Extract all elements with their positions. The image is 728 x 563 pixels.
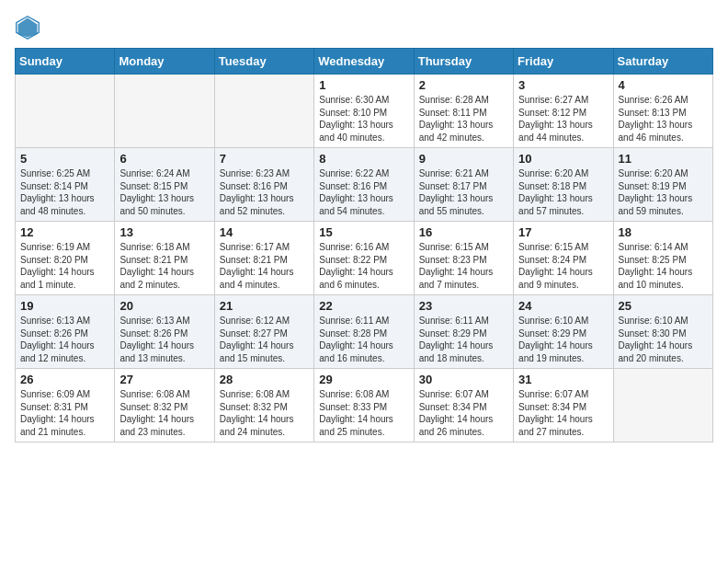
calendar-cell: 17Sunrise: 6:15 AM Sunset: 8:24 PM Dayli… <box>514 222 613 295</box>
calendar-cell: 31Sunrise: 6:07 AM Sunset: 8:34 PM Dayli… <box>514 369 613 442</box>
day-info: Sunrise: 6:24 AM Sunset: 8:15 PM Dayligh… <box>119 167 209 217</box>
calendar-cell: 13Sunrise: 6:18 AM Sunset: 8:21 PM Dayli… <box>115 222 214 295</box>
calendar-cell: 24Sunrise: 6:10 AM Sunset: 8:29 PM Dayli… <box>514 295 613 369</box>
day-info: Sunrise: 6:20 AM Sunset: 8:19 PM Dayligh… <box>619 167 708 217</box>
weekday-header-friday: Friday <box>514 49 613 75</box>
calendar-week-2: 5Sunrise: 6:25 AM Sunset: 8:14 PM Daylig… <box>16 148 713 222</box>
day-info: Sunrise: 6:30 AM Sunset: 8:10 PM Dayligh… <box>319 94 408 144</box>
calendar-cell: 11Sunrise: 6:20 AM Sunset: 8:19 PM Dayli… <box>613 148 712 222</box>
calendar-cell: 28Sunrise: 6:08 AM Sunset: 8:32 PM Dayli… <box>214 369 313 442</box>
day-info: Sunrise: 6:25 AM Sunset: 8:14 PM Dayligh… <box>20 167 109 217</box>
day-number: 27 <box>119 373 209 386</box>
day-info: Sunrise: 6:12 AM Sunset: 8:27 PM Dayligh… <box>220 315 309 364</box>
calendar-cell: 3Sunrise: 6:27 AM Sunset: 8:12 PM Daylig… <box>514 75 613 148</box>
day-info: Sunrise: 6:10 AM Sunset: 8:30 PM Dayligh… <box>619 315 708 364</box>
day-info: Sunrise: 6:09 AM Sunset: 8:31 PM Dayligh… <box>20 388 109 438</box>
calendar-table: SundayMondayTuesdayWednesdayThursdayFrid… <box>15 48 713 442</box>
calendar-week-5: 26Sunrise: 6:09 AM Sunset: 8:31 PM Dayli… <box>16 369 713 442</box>
calendar-cell: 5Sunrise: 6:25 AM Sunset: 8:14 PM Daylig… <box>16 148 115 222</box>
day-info: Sunrise: 6:08 AM Sunset: 8:33 PM Dayligh… <box>319 388 408 438</box>
calendar-header-row: SundayMondayTuesdayWednesdayThursdayFrid… <box>16 49 713 75</box>
day-number: 3 <box>518 78 608 92</box>
day-info: Sunrise: 6:13 AM Sunset: 8:26 PM Dayligh… <box>20 315 109 364</box>
day-number: 19 <box>20 299 109 313</box>
day-info: Sunrise: 6:21 AM Sunset: 8:17 PM Dayligh… <box>419 167 508 217</box>
calendar-cell: 8Sunrise: 6:22 AM Sunset: 8:16 PM Daylig… <box>314 148 414 222</box>
day-number: 4 <box>619 78 708 92</box>
calendar-cell: 23Sunrise: 6:11 AM Sunset: 8:29 PM Dayli… <box>414 295 513 369</box>
weekday-header-saturday: Saturday <box>613 49 712 75</box>
day-number: 2 <box>419 78 508 92</box>
weekday-header-wednesday: Wednesday <box>314 49 414 75</box>
day-info: Sunrise: 6:07 AM Sunset: 8:34 PM Dayligh… <box>518 388 608 438</box>
day-info: Sunrise: 6:15 AM Sunset: 8:23 PM Dayligh… <box>419 241 508 291</box>
calendar-cell: 16Sunrise: 6:15 AM Sunset: 8:23 PM Dayli… <box>414 222 513 295</box>
calendar-week-1: 1Sunrise: 6:30 AM Sunset: 8:10 PM Daylig… <box>16 75 713 148</box>
day-info: Sunrise: 6:18 AM Sunset: 8:21 PM Dayligh… <box>119 241 209 291</box>
calendar-cell: 27Sunrise: 6:08 AM Sunset: 8:32 PM Dayli… <box>115 369 214 442</box>
calendar-cell <box>16 75 115 148</box>
calendar-cell: 15Sunrise: 6:16 AM Sunset: 8:22 PM Dayli… <box>314 222 414 295</box>
day-number: 23 <box>419 299 508 313</box>
calendar-cell: 6Sunrise: 6:24 AM Sunset: 8:15 PM Daylig… <box>115 148 214 222</box>
day-info: Sunrise: 6:16 AM Sunset: 8:22 PM Dayligh… <box>319 241 408 291</box>
day-number: 8 <box>319 152 408 166</box>
day-info: Sunrise: 6:23 AM Sunset: 8:16 PM Dayligh… <box>220 167 309 217</box>
weekday-header-tuesday: Tuesday <box>214 49 313 75</box>
day-number: 6 <box>119 152 209 166</box>
calendar-week-3: 12Sunrise: 6:19 AM Sunset: 8:20 PM Dayli… <box>16 222 713 295</box>
day-number: 30 <box>419 373 508 386</box>
calendar-cell: 4Sunrise: 6:26 AM Sunset: 8:13 PM Daylig… <box>613 75 712 148</box>
day-number: 20 <box>119 299 209 313</box>
day-number: 9 <box>419 152 508 166</box>
day-number: 12 <box>20 225 109 239</box>
day-info: Sunrise: 6:15 AM Sunset: 8:24 PM Dayligh… <box>518 241 608 291</box>
day-number: 29 <box>319 373 408 386</box>
calendar-cell: 19Sunrise: 6:13 AM Sunset: 8:26 PM Dayli… <box>16 295 115 369</box>
day-number: 10 <box>518 152 608 166</box>
day-info: Sunrise: 6:08 AM Sunset: 8:32 PM Dayligh… <box>119 388 209 438</box>
calendar-cell: 1Sunrise: 6:30 AM Sunset: 8:10 PM Daylig… <box>314 75 414 148</box>
day-info: Sunrise: 6:22 AM Sunset: 8:16 PM Dayligh… <box>319 167 408 217</box>
day-number: 31 <box>518 373 608 386</box>
day-info: Sunrise: 6:26 AM Sunset: 8:13 PM Dayligh… <box>619 94 708 144</box>
day-info: Sunrise: 6:11 AM Sunset: 8:28 PM Dayligh… <box>319 315 408 364</box>
day-info: Sunrise: 6:10 AM Sunset: 8:29 PM Dayligh… <box>518 315 608 364</box>
calendar-cell: 2Sunrise: 6:28 AM Sunset: 8:11 PM Daylig… <box>414 75 513 148</box>
day-number: 7 <box>220 152 309 166</box>
day-number: 11 <box>619 152 708 166</box>
day-number: 16 <box>419 225 508 239</box>
day-info: Sunrise: 6:13 AM Sunset: 8:26 PM Dayligh… <box>119 315 209 364</box>
calendar-week-4: 19Sunrise: 6:13 AM Sunset: 8:26 PM Dayli… <box>16 295 713 369</box>
calendar-cell: 29Sunrise: 6:08 AM Sunset: 8:33 PM Dayli… <box>314 369 414 442</box>
day-info: Sunrise: 6:27 AM Sunset: 8:12 PM Dayligh… <box>518 94 608 144</box>
logo-icon <box>15 15 40 40</box>
calendar-cell: 26Sunrise: 6:09 AM Sunset: 8:31 PM Dayli… <box>16 369 115 442</box>
weekday-header-thursday: Thursday <box>414 49 513 75</box>
day-number: 22 <box>319 299 408 313</box>
day-info: Sunrise: 6:08 AM Sunset: 8:32 PM Dayligh… <box>220 388 309 438</box>
day-number: 25 <box>619 299 708 313</box>
day-number: 26 <box>20 373 109 386</box>
day-number: 21 <box>220 299 309 313</box>
day-number: 14 <box>220 225 309 239</box>
calendar-cell: 12Sunrise: 6:19 AM Sunset: 8:20 PM Dayli… <box>16 222 115 295</box>
calendar-cell: 9Sunrise: 6:21 AM Sunset: 8:17 PM Daylig… <box>414 148 513 222</box>
calendar-cell <box>214 75 313 148</box>
day-number: 15 <box>319 225 408 239</box>
day-info: Sunrise: 6:17 AM Sunset: 8:21 PM Dayligh… <box>220 241 309 291</box>
day-number: 1 <box>319 78 408 92</box>
day-number: 28 <box>220 373 309 386</box>
day-info: Sunrise: 6:28 AM Sunset: 8:11 PM Dayligh… <box>419 94 508 144</box>
calendar-cell: 22Sunrise: 6:11 AM Sunset: 8:28 PM Dayli… <box>314 295 414 369</box>
calendar-cell: 7Sunrise: 6:23 AM Sunset: 8:16 PM Daylig… <box>214 148 313 222</box>
day-number: 24 <box>518 299 608 313</box>
calendar-cell <box>115 75 214 148</box>
day-info: Sunrise: 6:07 AM Sunset: 8:34 PM Dayligh… <box>419 388 508 438</box>
calendar-cell: 21Sunrise: 6:12 AM Sunset: 8:27 PM Dayli… <box>214 295 313 369</box>
day-number: 5 <box>20 152 109 166</box>
calendar-cell: 25Sunrise: 6:10 AM Sunset: 8:30 PM Dayli… <box>613 295 712 369</box>
day-info: Sunrise: 6:20 AM Sunset: 8:18 PM Dayligh… <box>518 167 608 217</box>
day-info: Sunrise: 6:14 AM Sunset: 8:25 PM Dayligh… <box>619 241 708 291</box>
weekday-header-sunday: Sunday <box>16 49 115 75</box>
